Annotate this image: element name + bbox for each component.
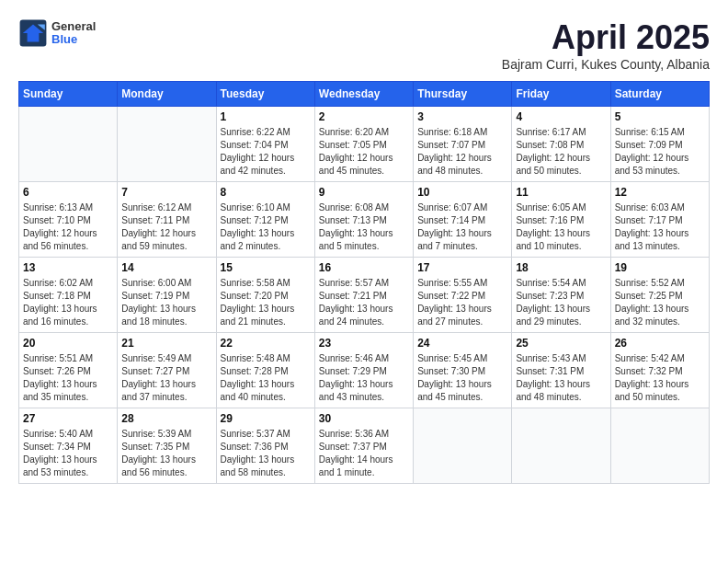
day-number: 1 [221,110,311,123]
day-detail: Sunrise: 5:45 AM Sunset: 7:30 PM Dayligh… [417,352,507,404]
calendar-cell: 15Sunrise: 5:58 AM Sunset: 7:20 PM Dayli… [216,258,314,333]
day-number: 7 [121,186,211,199]
calendar-cell: 4Sunrise: 6:17 AM Sunset: 7:08 PM Daylig… [512,107,610,182]
calendar-cell: 18Sunrise: 5:54 AM Sunset: 7:23 PM Dayli… [512,258,610,333]
calendar-cell: 17Sunrise: 5:55 AM Sunset: 7:22 PM Dayli… [414,258,512,333]
day-detail: Sunrise: 6:03 AM Sunset: 7:17 PM Dayligh… [615,201,705,253]
calendar-cell: 26Sunrise: 5:42 AM Sunset: 7:32 PM Dayli… [610,333,709,408]
day-number: 20 [23,337,113,350]
calendar-cell [414,408,512,484]
calendar-week-row: 1Sunrise: 6:22 AM Sunset: 7:04 PM Daylig… [19,107,710,182]
weekday-header: Thursday [414,82,512,107]
calendar-cell: 13Sunrise: 6:02 AM Sunset: 7:18 PM Dayli… [19,258,118,333]
calendar-cell: 22Sunrise: 5:48 AM Sunset: 7:28 PM Dayli… [216,333,314,408]
day-detail: Sunrise: 6:10 AM Sunset: 7:12 PM Dayligh… [221,201,311,253]
day-number: 11 [516,186,606,199]
day-number: 14 [121,261,211,274]
month-title: April 2025 [502,18,710,57]
day-number: 5 [615,110,705,123]
day-detail: Sunrise: 6:18 AM Sunset: 7:07 PM Dayligh… [417,126,507,178]
day-number: 13 [23,261,113,274]
calendar-cell: 3Sunrise: 6:18 AM Sunset: 7:07 PM Daylig… [414,107,512,182]
day-detail: Sunrise: 5:42 AM Sunset: 7:32 PM Dayligh… [615,352,705,404]
logo-text: General Blue [51,20,96,47]
day-number: 6 [23,186,113,199]
calendar-week-row: 13Sunrise: 6:02 AM Sunset: 7:18 PM Dayli… [19,258,710,333]
location-subtitle: Bajram Curri, Kukes County, Albania [502,57,710,72]
day-detail: Sunrise: 5:39 AM Sunset: 7:35 PM Dayligh… [121,428,211,479]
day-number: 2 [319,110,409,123]
day-number: 10 [417,186,507,199]
day-number: 9 [319,186,409,199]
calendar-cell: 29Sunrise: 5:37 AM Sunset: 7:36 PM Dayli… [216,408,314,484]
day-detail: Sunrise: 6:02 AM Sunset: 7:18 PM Dayligh… [23,277,113,328]
day-number: 19 [615,261,705,274]
calendar-cell: 24Sunrise: 5:45 AM Sunset: 7:30 PM Dayli… [414,333,512,408]
day-detail: Sunrise: 5:36 AM Sunset: 7:37 PM Dayligh… [319,428,409,479]
day-detail: Sunrise: 6:00 AM Sunset: 7:19 PM Dayligh… [121,277,211,328]
day-number: 3 [417,110,507,123]
day-number: 27 [23,412,113,425]
calendar-cell: 23Sunrise: 5:46 AM Sunset: 7:29 PM Dayli… [314,333,413,408]
day-detail: Sunrise: 5:54 AM Sunset: 7:23 PM Dayligh… [516,277,606,328]
day-detail: Sunrise: 5:37 AM Sunset: 7:36 PM Dayligh… [221,428,311,479]
calendar-week-row: 20Sunrise: 5:51 AM Sunset: 7:26 PM Dayli… [19,333,710,408]
day-number: 16 [319,261,409,274]
day-detail: Sunrise: 5:57 AM Sunset: 7:21 PM Dayligh… [319,277,409,328]
day-detail: Sunrise: 6:08 AM Sunset: 7:13 PM Dayligh… [319,201,409,253]
day-number: 26 [615,337,705,350]
calendar-cell [118,107,216,182]
day-detail: Sunrise: 5:58 AM Sunset: 7:20 PM Dayligh… [221,277,311,328]
day-number: 24 [417,337,507,350]
day-number: 4 [516,110,606,123]
calendar-cell: 11Sunrise: 6:05 AM Sunset: 7:16 PM Dayli… [512,182,610,258]
day-detail: Sunrise: 6:17 AM Sunset: 7:08 PM Dayligh… [516,126,606,178]
day-detail: Sunrise: 5:49 AM Sunset: 7:27 PM Dayligh… [121,352,211,404]
day-detail: Sunrise: 5:52 AM Sunset: 7:25 PM Dayligh… [615,277,705,328]
calendar-cell: 19Sunrise: 5:52 AM Sunset: 7:25 PM Dayli… [610,258,709,333]
day-number: 18 [516,261,606,274]
calendar-cell: 16Sunrise: 5:57 AM Sunset: 7:21 PM Dayli… [314,258,413,333]
calendar-week-row: 27Sunrise: 5:40 AM Sunset: 7:34 PM Dayli… [19,408,710,484]
weekday-header: Friday [512,82,610,107]
logo-icon [18,18,48,48]
day-detail: Sunrise: 6:20 AM Sunset: 7:05 PM Dayligh… [319,126,409,178]
calendar-cell: 2Sunrise: 6:20 AM Sunset: 7:05 PM Daylig… [314,107,413,182]
day-number: 30 [319,412,409,425]
calendar-cell: 5Sunrise: 6:15 AM Sunset: 7:09 PM Daylig… [610,107,709,182]
calendar-cell: 30Sunrise: 5:36 AM Sunset: 7:37 PM Dayli… [314,408,413,484]
day-detail: Sunrise: 6:15 AM Sunset: 7:09 PM Dayligh… [615,126,705,178]
calendar-cell: 7Sunrise: 6:12 AM Sunset: 7:11 PM Daylig… [118,182,216,258]
day-number: 12 [615,186,705,199]
calendar-cell: 21Sunrise: 5:49 AM Sunset: 7:27 PM Dayli… [118,333,216,408]
logo: General Blue [18,18,96,48]
day-number: 15 [221,261,311,274]
day-number: 29 [221,412,311,425]
day-number: 25 [516,337,606,350]
calendar-cell: 20Sunrise: 5:51 AM Sunset: 7:26 PM Dayli… [19,333,118,408]
calendar-cell [610,408,709,484]
day-detail: Sunrise: 6:05 AM Sunset: 7:16 PM Dayligh… [516,201,606,253]
title-block: April 2025 Bajram Curri, Kukes County, A… [502,18,710,72]
day-detail: Sunrise: 6:13 AM Sunset: 7:10 PM Dayligh… [23,201,113,253]
day-detail: Sunrise: 5:40 AM Sunset: 7:34 PM Dayligh… [23,428,113,479]
day-number: 8 [221,186,311,199]
calendar-cell [19,107,118,182]
calendar-cell: 9Sunrise: 6:08 AM Sunset: 7:13 PM Daylig… [314,182,413,258]
day-detail: Sunrise: 6:22 AM Sunset: 7:04 PM Dayligh… [221,126,311,178]
day-detail: Sunrise: 5:51 AM Sunset: 7:26 PM Dayligh… [23,352,113,404]
calendar-cell: 12Sunrise: 6:03 AM Sunset: 7:17 PM Dayli… [610,182,709,258]
day-number: 23 [319,337,409,350]
day-detail: Sunrise: 5:43 AM Sunset: 7:31 PM Dayligh… [516,352,606,404]
calendar-cell: 10Sunrise: 6:07 AM Sunset: 7:14 PM Dayli… [414,182,512,258]
weekday-header: Monday [118,82,216,107]
day-detail: Sunrise: 6:12 AM Sunset: 7:11 PM Dayligh… [121,201,211,253]
calendar-table: SundayMondayTuesdayWednesdayThursdayFrid… [18,81,710,484]
weekday-header: Saturday [610,82,709,107]
calendar-cell [512,408,610,484]
weekday-header-row: SundayMondayTuesdayWednesdayThursdayFrid… [19,82,710,107]
day-detail: Sunrise: 5:55 AM Sunset: 7:22 PM Dayligh… [417,277,507,328]
day-number: 22 [221,337,311,350]
weekday-header: Tuesday [216,82,314,107]
day-detail: Sunrise: 6:07 AM Sunset: 7:14 PM Dayligh… [417,201,507,253]
